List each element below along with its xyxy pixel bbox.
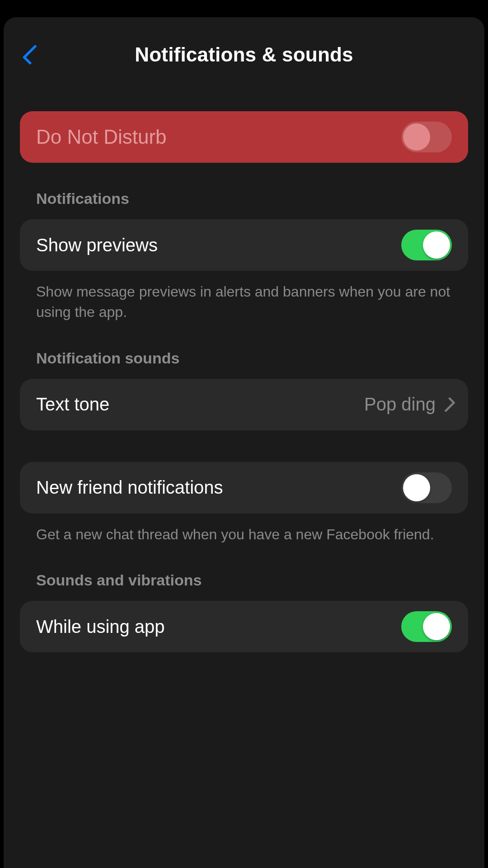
text-tone-value: Pop ding — [364, 394, 436, 415]
page-title: Notifications & sounds — [135, 43, 353, 66]
new-friend-row[interactable]: New friend notifications — [20, 462, 468, 514]
settings-sheet: Notifications & sounds Do Not Disturb No… — [4, 17, 484, 868]
show-previews-label: Show previews — [36, 235, 158, 255]
content: Do Not Disturb Notifications Show previe… — [4, 80, 484, 652]
show-previews-description: Show message previews in alerts and bann… — [36, 282, 452, 322]
text-tone-row[interactable]: Text tone Pop ding — [20, 379, 468, 430]
toggle-knob — [403, 474, 430, 501]
new-friend-toggle[interactable] — [401, 472, 452, 503]
show-previews-row[interactable]: Show previews — [20, 219, 468, 271]
while-using-app-toggle[interactable] — [401, 611, 452, 642]
do-not-disturb-row[interactable]: Do Not Disturb — [20, 111, 468, 163]
header: Notifications & sounds — [4, 30, 484, 80]
section-heading-sounds: Notification sounds — [36, 349, 468, 367]
toggle-knob — [423, 613, 450, 640]
do-not-disturb-label: Do Not Disturb — [36, 126, 167, 148]
chevron-left-icon — [22, 44, 42, 65]
do-not-disturb-toggle[interactable] — [401, 122, 452, 152]
chevron-right-icon — [440, 397, 455, 412]
section-heading-vibrations: Sounds and vibrations — [36, 571, 468, 589]
show-previews-toggle[interactable] — [401, 230, 452, 260]
section-heading-notifications: Notifications — [36, 190, 468, 208]
new-friend-description: Get a new chat thread when you have a ne… — [36, 524, 452, 545]
back-button[interactable] — [23, 41, 42, 68]
text-tone-right: Pop ding — [364, 394, 452, 415]
toggle-knob — [403, 123, 430, 151]
while-using-app-row[interactable]: While using app — [20, 601, 468, 652]
while-using-app-label: While using app — [36, 617, 165, 637]
text-tone-label: Text tone — [36, 394, 109, 415]
toggle-knob — [423, 231, 450, 259]
new-friend-label: New friend notifications — [36, 477, 223, 498]
